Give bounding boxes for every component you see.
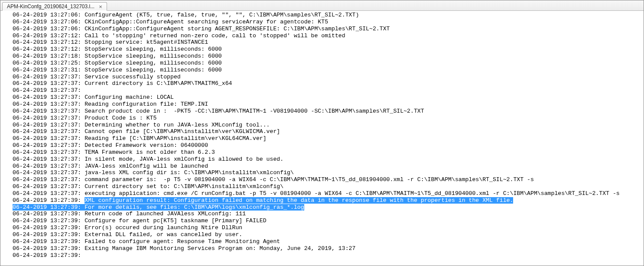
log-line[interactable]: 06-24-2019 13:27:37: Detected Framework … <box>13 142 644 149</box>
log-line[interactable]: 06-24-2019 13:27:12: Stopping service: k… <box>13 39 644 46</box>
log-line[interactable]: 06-24-2019 13:27:37: Current directory i… <box>13 80 644 87</box>
log-line[interactable]: 06-24-2019 13:27:39: Exiting Manage IBM … <box>13 245 644 252</box>
log-line[interactable]: 06-24-2019 13:27:39: Error(s) occured du… <box>13 224 644 231</box>
file-tab[interactable]: APM-KinConfg_20190624_132703.l... × <box>2 2 107 11</box>
tab-strip: APM-KinConfg_20190624_132703.l... × <box>0 0 644 11</box>
log-line[interactable]: 06-24-2019 13:27:31: StopService sleepin… <box>13 67 644 74</box>
log-line[interactable]: 06-24-2019 13:27:37: <box>13 87 644 94</box>
log-content[interactable]: 06-24-2019 13:27:06: ConfigureAgent (KT5… <box>0 11 644 266</box>
log-line[interactable]: 06-24-2019 13:27:39: For more details, s… <box>13 204 644 211</box>
log-line[interactable]: 06-24-2019 13:27:18: StopService sleepin… <box>13 53 644 60</box>
log-line[interactable]: 06-24-2019 13:27:37: Service successfull… <box>13 74 644 81</box>
log-line[interactable]: 06-24-2019 13:27:12: StopService sleepin… <box>13 46 644 53</box>
log-line[interactable]: 06-24-2019 13:27:37: command parameter i… <box>13 176 644 183</box>
log-line[interactable]: 06-24-2019 13:27:37: java-less XML confi… <box>13 169 644 176</box>
log-line[interactable]: 06-24-2019 13:27:37: Determining whether… <box>13 122 644 129</box>
log-line[interactable]: 06-24-2019 13:27:37: Cannot open file [C… <box>13 128 644 135</box>
close-icon[interactable]: × <box>98 4 103 10</box>
log-line[interactable]: 06-24-2019 13:27:37: Reading file [C:\IB… <box>13 135 644 142</box>
log-line[interactable]: 06-24-2019 13:27:39: <box>13 252 644 259</box>
log-line[interactable]: 06-24-2019 13:27:06: ConfigureAgent (KT5… <box>13 12 644 19</box>
editor-window: APM-KinConfg_20190624_132703.l... × 06-2… <box>0 0 644 266</box>
log-line[interactable]: 06-24-2019 13:27:37: Current directory s… <box>13 183 644 190</box>
tab-title: APM-KinConfg_20190624_132703.l... <box>7 3 94 10</box>
log-line[interactable]: 06-24-2019 13:27:37: JAVA-less xmlConfig… <box>13 163 644 170</box>
log-line[interactable]: 06-24-2019 13:27:39: External DLL failed… <box>13 231 644 238</box>
log-line[interactable]: 06-24-2019 13:27:37: Product Code is : K… <box>13 115 644 122</box>
log-line[interactable]: 06-24-2019 13:27:37: Reading configurati… <box>13 101 644 108</box>
log-line[interactable]: 06-24-2019 13:27:39: Configure for agent… <box>13 217 644 224</box>
log-line[interactable]: 06-24-2019 13:27:06: CKinConfigApp::Conf… <box>13 19 644 26</box>
log-line[interactable]: 06-24-2019 13:27:37: Configuring machine… <box>13 94 644 101</box>
log-line[interactable]: 06-24-2019 13:27:39: Failed to configure… <box>13 238 644 245</box>
log-line[interactable]: 06-24-2019 13:27:37: In silent mode, JAV… <box>13 156 644 163</box>
log-line[interactable]: 06-24-2019 13:27:37: Search product code… <box>13 108 644 115</box>
log-text[interactable]: 06-24-2019 13:27:06: ConfigureAgent (KT5… <box>0 12 644 259</box>
log-line[interactable]: 06-24-2019 13:27:39: XML configuration r… <box>13 197 644 204</box>
log-line[interactable]: 06-24-2019 13:27:12: Call to 'stopping' … <box>13 32 644 39</box>
log-line[interactable]: 06-24-2019 13:27:39: Return code of laun… <box>13 211 644 217</box>
log-line[interactable]: 06-24-2019 13:27:37: executing applicati… <box>13 190 644 197</box>
log-line[interactable]: 06-24-2019 13:27:25: StopService sleepin… <box>13 60 644 67</box>
log-line[interactable]: 06-24-2019 13:27:37: TEMA Framework is n… <box>13 149 644 156</box>
log-line[interactable]: 06-24-2019 13:27:06: CKinConfigApp::Conf… <box>13 26 644 32</box>
